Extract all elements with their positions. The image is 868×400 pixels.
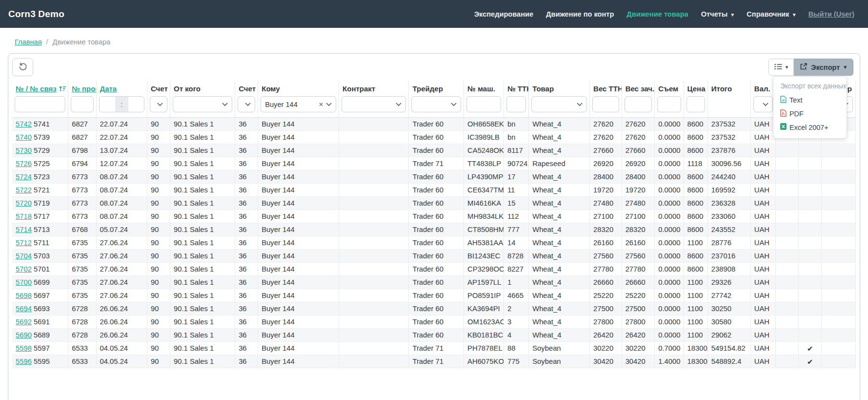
cell-mash: CP3298OO [464,263,504,276]
filter-select-contract[interactable] [342,96,406,112]
cell-to: Buyer 144 [258,276,339,289]
cell-ttn: 88 [504,342,528,355]
sort-link-num[interactable]: № / № связ [16,84,57,93]
cell-syem: 0.0000 [655,157,684,170]
logout-link[interactable]: Выйти (User) [808,10,854,18]
filter-select-tovar[interactable] [531,96,587,112]
list-view-toggle-button[interactable]: ▾ [768,59,794,76]
record-link[interactable]: 5740 [16,133,32,141]
record-link[interactable]: 5700 [16,278,32,286]
nav-item-5[interactable]: Справочник ▾ [747,10,795,18]
record-link[interactable]: 5718 [16,212,32,220]
filter-date-to[interactable] [128,97,144,112]
nav-item-4[interactable]: Отчеты ▾ [701,10,734,18]
export-menu-item-excel-2007-[interactable]: Excel 2007+ [773,121,847,134]
cell-extra1 [775,157,798,170]
table-row: 5702 5701673527.06.249090.1 Sales 136Buy… [12,263,856,276]
cell-date: 04.05.24 [96,342,147,355]
export-button[interactable]: Экспорт ▾ [794,59,853,76]
nav-item-3[interactable]: Движение товара [626,10,688,18]
breadcrumb-home-link[interactable]: Главная [15,38,42,46]
cell-extra1 [775,289,798,302]
export-menu-item-pdf[interactable]: PDF [773,107,847,121]
record-link[interactable]: 5596 [16,358,32,365]
filter-select-a2[interactable] [238,96,255,112]
filter-combo-to[interactable]: Buyer 144✕ [261,96,336,112]
cell-syem: 0.0000 [655,263,684,276]
cell-tovar: Wheat_4 [529,236,590,250]
filter-input-mash[interactable] [466,96,501,112]
record-link[interactable]: 5694 [16,305,32,313]
cell-ttn: 112 [504,210,528,223]
cell-num: 5698 5697 [12,289,68,302]
cell-a2: 36 [235,184,258,197]
cell-mash: BI1243EC [464,250,504,263]
cell-w2: 27500 [622,302,655,316]
cell-mash: CA5248OK [464,144,504,157]
filter-input-w2[interactable] [625,96,652,112]
cell-mash: OH8658EK [464,118,504,131]
filter-input-ttn[interactable] [506,96,526,112]
cell-tovar: Wheat_4 [529,184,590,197]
refresh-button[interactable] [12,58,33,76]
nav-item-2[interactable]: Движение по контр [546,10,614,18]
cell-a2: 36 [235,236,258,250]
filter-input-price[interactable] [686,96,705,112]
cell-date: 05.07.24 [96,223,147,236]
filter-date-from[interactable] [100,97,115,112]
cell-cur: UAH [750,329,775,342]
record-link[interactable]: 5724 [16,173,32,181]
linked-record-number: 5713 [34,226,50,233]
cell-total: 244240 [707,170,750,184]
record-link[interactable]: 5698 [16,292,32,299]
cell-extra2 [822,263,856,276]
cell-num: 5690 5689 [12,329,68,342]
cell-contract [339,118,409,131]
linked-record-number: 5701 [34,265,50,273]
nav-item-1[interactable]: Экспедирование [474,10,533,18]
record-link[interactable]: 5704 [16,252,32,260]
record-link[interactable]: 5714 [16,226,32,233]
record-link[interactable]: 5702 [16,265,32,273]
cell-date: 27.06.24 [96,289,147,302]
cell-total: 243552 [707,223,750,236]
record-link[interactable]: 5692 [16,318,32,326]
cell-contract [339,157,409,170]
filter-cell-num [12,94,68,118]
cell-check [799,157,822,170]
linked-record-number: 5717 [34,212,50,220]
cell-trader: Trader 60 [409,276,464,289]
export-menu-item-text[interactable]: Text [773,93,847,107]
filter-select-a1[interactable] [150,96,167,112]
sort-link-date[interactable]: Дата [100,84,117,93]
record-link[interactable]: 5730 [16,147,32,154]
record-link[interactable]: 5690 [16,331,32,339]
cell-a1: 90 [147,250,170,263]
column-header-date[interactable]: Дата [96,81,147,94]
record-link[interactable]: 5712 [16,239,32,247]
column-header-num[interactable]: № / № связ [12,81,68,94]
filter-select-cur[interactable] [753,96,773,112]
record-link[interactable]: 5726 [16,160,32,168]
record-link[interactable]: 5720 [16,199,32,207]
filter-input-w1[interactable] [592,96,619,112]
chevron-down-icon [326,103,332,106]
cell-check: ✔ [799,342,822,355]
cell-w2: 27660 [622,144,655,157]
filter-input-num[interactable] [15,96,65,112]
sort-link-prov[interactable]: № пров. [72,84,96,93]
filter-input-prov[interactable] [71,96,93,112]
record-link[interactable]: 5598 [16,344,32,352]
clear-filter-icon[interactable]: ✕ [319,101,323,108]
cell-extra2 [822,144,856,157]
filter-input-syem[interactable] [657,96,681,112]
column-header-prov[interactable]: № пров. [68,81,96,94]
filter-select-from[interactable] [173,96,232,112]
record-link[interactable]: 5742 [16,120,32,128]
cell-a2: 36 [235,250,258,263]
list-ul-icon [774,63,782,71]
record-link[interactable]: 5722 [16,186,32,194]
cell-w2: 27480 [622,197,655,210]
filter-select-trader[interactable] [411,96,461,112]
cell-date: 26.06.24 [96,316,147,329]
